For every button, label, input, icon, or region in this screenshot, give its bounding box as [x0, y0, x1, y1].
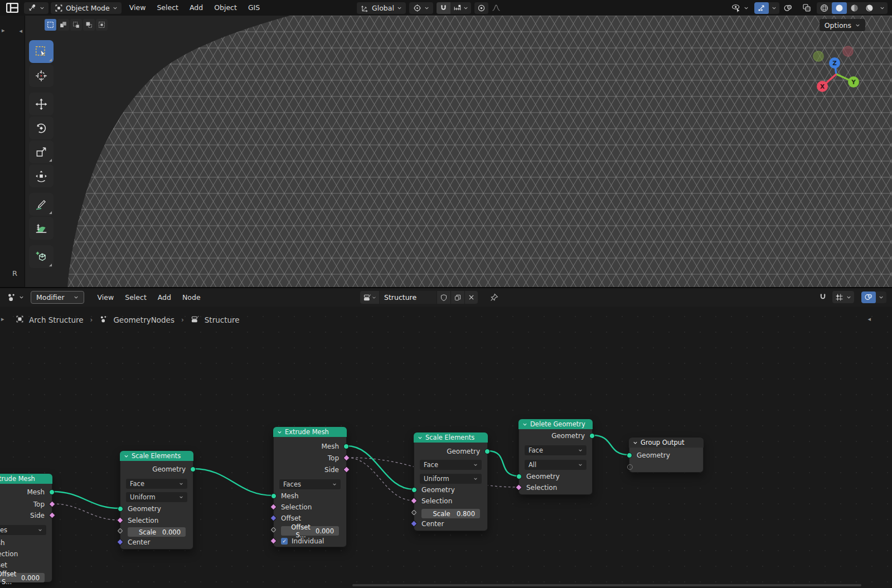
virtual-socket[interactable]	[627, 464, 633, 470]
gizmos-dropdown[interactable]	[769, 2, 779, 14]
select-mode-new[interactable]	[45, 19, 56, 31]
socket-green-circle[interactable]	[49, 489, 55, 495]
gizmos-toggle[interactable]	[754, 2, 769, 14]
horizontal-scrollbar[interactable]	[352, 584, 861, 586]
socket-green-circle[interactable]	[484, 449, 490, 454]
node-group-output[interactable]: Group OutputGeometry	[629, 438, 704, 473]
region-collapse-left-arrow[interactable]: ◂	[19, 27, 22, 35]
value-field-scale[interactable]: Scale0.800	[421, 509, 480, 518]
dropdown-uniform[interactable]: Uniform	[420, 474, 482, 484]
value-field-offsets[interactable]: Offset S...0.000	[0, 573, 45, 582]
node-scale-elements[interactable]: Scale ElementsGeometryFaceUniformGeometr…	[414, 433, 488, 531]
socket-green-circle[interactable]	[343, 444, 349, 449]
unlink-button[interactable]	[465, 291, 478, 304]
node-extrude-mesh[interactable]: Extrude MeshMeshTopSideFacesMeshSelectio…	[273, 427, 347, 547]
menu-gis[interactable]: GIS	[243, 0, 265, 16]
mode-transfer-dropdown[interactable]	[24, 2, 49, 14]
tool-select-box[interactable]	[29, 40, 54, 63]
object-mode-dropdown[interactable]: Object Mode	[51, 2, 122, 14]
value-field-scale[interactable]: Scale0.000	[128, 527, 186, 537]
breadcrumb-item-structure[interactable]: Structure	[191, 315, 240, 325]
node-tree-type-dropdown[interactable]: Modifier	[31, 291, 84, 304]
tool-measure[interactable]	[29, 217, 54, 240]
snap-toggle[interactable]	[437, 2, 450, 14]
breadcrumb-item-geometrynodes[interactable]: GeometryNodes	[99, 315, 174, 325]
transform-orientation-dropdown[interactable]: Global	[357, 2, 406, 14]
node-header-extrude-mesh[interactable]: Extrude Mesh	[0, 474, 52, 484]
socket-green-circle[interactable]	[190, 466, 196, 472]
collapse-chevron-icon[interactable]	[277, 430, 282, 435]
node-header-delete-geometry[interactable]: Delete Geometry	[518, 419, 593, 429]
socket-green-circle[interactable]	[271, 493, 277, 499]
dropdown-faces[interactable]: Faces	[279, 479, 341, 489]
shading-solid-button[interactable]	[832, 2, 847, 14]
menu-add[interactable]: Add	[184, 0, 209, 16]
select-mode-extend[interactable]	[57, 19, 69, 31]
socket-green-circle[interactable]	[118, 506, 123, 512]
dropdown-face[interactable]: Face	[126, 479, 187, 489]
collapse-chevron-icon[interactable]	[124, 454, 129, 459]
fake-user-shield-button[interactable]	[437, 291, 450, 304]
tool-add-cube[interactable]	[29, 245, 54, 268]
options-button[interactable]: Options	[820, 19, 865, 31]
node-snap-target-dropdown[interactable]	[832, 291, 854, 303]
shading-rendered-button[interactable]	[862, 2, 877, 14]
collapse-chevron-icon[interactable]	[633, 440, 638, 445]
tool-move[interactable]	[29, 93, 54, 115]
snap-settings-dropdown[interactable]	[450, 2, 471, 14]
socket-green-circle[interactable]	[411, 487, 417, 493]
node-delete-geometry[interactable]: Delete GeometryGeometryFaceAllGeometrySe…	[518, 419, 593, 495]
collapse-chevron-icon[interactable]	[418, 435, 423, 440]
dropdown-face[interactable]: Face	[525, 445, 586, 455]
gizmo-axis-neg-x[interactable]	[843, 46, 853, 56]
node-header-scale-elements[interactable]: Scale Elements	[414, 433, 488, 443]
menu-select[interactable]: Select	[151, 0, 184, 16]
object-visibility-dropdown[interactable]	[730, 2, 750, 14]
shading-material-button[interactable]	[847, 2, 862, 14]
proportional-editing-toggle[interactable]	[474, 2, 488, 14]
breadcrumb-item-arch-structure[interactable]: Arch Structure	[16, 315, 84, 325]
proportional-falloff-dropdown[interactable]	[492, 3, 501, 12]
node-menu-node[interactable]: Node	[177, 290, 206, 305]
node-snap-toggle[interactable]	[818, 293, 827, 302]
node-menu-add[interactable]: Add	[152, 290, 177, 305]
navigation-gizmo[interactable]: Z Y X	[808, 43, 870, 99]
select-mode-intersect[interactable]	[96, 19, 108, 31]
tool-scale[interactable]	[29, 140, 54, 163]
node-overlays-dropdown[interactable]	[876, 291, 886, 303]
node-header-extrude-mesh[interactable]: Extrude Mesh	[273, 427, 347, 437]
pivot-point-dropdown[interactable]	[409, 2, 433, 14]
region-expand-right-arrow[interactable]: ▸	[2, 27, 5, 34]
node-menu-view[interactable]: View	[92, 290, 120, 305]
overlays-toggle[interactable]	[783, 3, 793, 13]
collapse-chevron-icon[interactable]	[522, 422, 527, 427]
dropdown-uniform[interactable]: Uniform	[126, 492, 187, 502]
node-overlays-toggle[interactable]	[861, 291, 876, 303]
shading-wireframe-button[interactable]	[817, 2, 832, 14]
select-mode-subtract[interactable]	[70, 19, 82, 31]
viewport-3d[interactable]: ▸ ◂ R Options Z Y X	[0, 16, 892, 287]
tool-transform[interactable]	[29, 164, 54, 187]
menu-view[interactable]: View	[124, 0, 152, 16]
xray-toggle[interactable]	[802, 3, 811, 12]
node-canvas[interactable]: ▸ ◂ Arch Structure›GeometryNodes›Structu…	[0, 305, 892, 588]
select-mode-invert[interactable]	[83, 19, 95, 31]
tree-name-field[interactable]: Structure	[380, 291, 437, 304]
dropdown-faces[interactable]: Faces	[0, 525, 46, 535]
canvas-collapse-right-arrow[interactable]: ◂	[867, 315, 871, 323]
dropdown-all[interactable]: All	[525, 460, 586, 470]
checkbox-individual[interactable]: ✓	[281, 538, 288, 545]
pin-button[interactable]	[489, 293, 499, 302]
socket-green-circle[interactable]	[516, 474, 522, 479]
socket-green-circle[interactable]	[627, 453, 632, 458]
dropdown-face[interactable]: Face	[420, 460, 482, 470]
editor-type-button-nodes[interactable]	[4, 291, 19, 304]
node-extrude-mesh[interactable]: Extrude MeshMeshTopSideFacesMeshSelectio…	[0, 474, 52, 582]
node-menu-select[interactable]: Select	[119, 290, 152, 305]
editor-type-button[interactable]	[3, 1, 22, 14]
browse-tree-dropdown[interactable]	[360, 291, 379, 304]
node-header-group-output[interactable]: Group Output	[629, 438, 704, 448]
value-field-offsets[interactable]: Offset S...0.000	[281, 526, 339, 536]
socket-green-circle[interactable]	[589, 433, 595, 439]
shading-dropdown[interactable]	[877, 2, 888, 14]
